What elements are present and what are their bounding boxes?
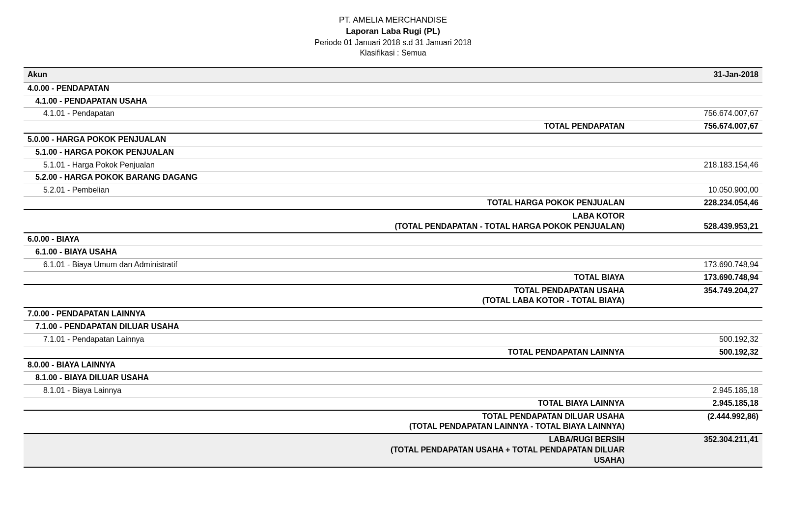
account-value: 10.050.900,00 — [644, 184, 762, 197]
row-pembelian: 5.2.01 - Pembelian 10.050.900,00 — [24, 184, 762, 197]
laba-rugi-bersih-value: 352.304.211,41 — [644, 433, 762, 467]
subsection-pendapatan-diluar: 7.1.00 - PENDAPATAN DILUAR USAHA — [24, 321, 762, 334]
report-title: Laporan Laba Rugi (PL) — [24, 26, 762, 37]
section-pendapatan-lainnya: 7.0.00 - PENDAPATAN LAINNYA — [24, 308, 762, 320]
row-pendapatan-lainnya: 7.1.01 - Pendapatan Lainnya 500.192,32 — [24, 333, 762, 346]
total-value: 500.192,32 — [644, 346, 762, 359]
subsection-hpbd: 5.2.00 - HARGA POKOK BARANG DAGANG — [24, 171, 762, 184]
total-hpp: TOTAL HARGA POKOK PENJUALAN 228.234.054,… — [24, 197, 762, 210]
pl-table: Akun 31-Jan-2018 4.0.00 - PENDAPATAN 4.1… — [24, 67, 762, 468]
laba-rugi-bersih-label: LABA/RUGI BERSIH (TOTAL PENDAPATAN USAHA… — [364, 433, 645, 467]
section-hpp: 5.0.00 - HARGA POKOK PENJUALAN — [24, 133, 762, 146]
account-label: 4.1.01 - Pendapatan — [24, 108, 644, 120]
account-value: 500.192,32 — [644, 333, 762, 346]
total-biaya: TOTAL BIAYA 173.690.748,94 — [24, 271, 762, 284]
total-label: TOTAL HARGA POKOK PENJUALAN — [364, 197, 645, 210]
total-value: 173.690.748,94 — [644, 271, 762, 284]
account-label: 8.1.00 - BIAYA DILUAR USAHA — [24, 372, 644, 385]
account-label: 6.1.00 - BIAYA USAHA — [24, 246, 644, 259]
row-pendapatan: 4.1.01 - Pendapatan 756.674.007,67 — [24, 108, 762, 120]
total-value: 756.674.007,67 — [644, 120, 762, 133]
account-label: 7.0.00 - PENDAPATAN LAINNYA — [24, 308, 644, 320]
section-pendapatan: 4.0.00 - PENDAPATAN — [24, 82, 762, 95]
total-pendapatan-usaha-value: 354.749.204,27 — [644, 284, 762, 308]
report-classification: Klasifikasi : Semua — [24, 48, 762, 58]
total-pendapatan-diluar-value: (2.444.992,86) — [644, 410, 762, 434]
account-label: 8.1.01 - Biaya Lainnya — [24, 384, 644, 397]
report-period: Periode 01 Januari 2018 s.d 31 Januari 2… — [24, 37, 762, 48]
subsection-biaya-diluar: 8.1.00 - BIAYA DILUAR USAHA — [24, 372, 762, 385]
account-label: 7.1.00 - PENDAPATAN DILUAR USAHA — [24, 321, 644, 334]
row-biaya-lainnya: 8.1.01 - Biaya Lainnya 2.945.185,18 — [24, 384, 762, 397]
total-pendapatan-usaha-label: TOTAL PENDAPATAN USAHA (TOTAL LABA KOTOR… — [364, 284, 645, 308]
account-label: 5.2.00 - HARGA POKOK BARANG DAGANG — [24, 171, 644, 184]
laba-kotor-value: 528.439.953,21 — [644, 210, 762, 233]
total-pendapatan-usaha-row: TOTAL PENDAPATAN USAHA (TOTAL LABA KOTOR… — [24, 284, 762, 308]
total-value: 2.945.185,18 — [644, 397, 762, 410]
account-label: 6.1.01 - Biaya Umum dan Administratif — [24, 259, 644, 272]
report-header: PT. AMELIA MERCHANDISE Laporan Laba Rugi… — [24, 15, 762, 58]
total-label: TOTAL PENDAPATAN LAINNYA — [364, 346, 645, 359]
account-value: 2.945.185,18 — [644, 384, 762, 397]
account-label: 7.1.01 - Pendapatan Lainnya — [24, 333, 644, 346]
account-value: 756.674.007,67 — [644, 108, 762, 120]
subsection-pendapatan-usaha: 4.1.00 - PENDAPATAN USAHA — [24, 95, 762, 108]
table-header-row: Akun 31-Jan-2018 — [24, 68, 762, 83]
total-label: TOTAL BIAYA LAINNYA — [364, 397, 645, 410]
row-biaya-umum: 6.1.01 - Biaya Umum dan Administratif 17… — [24, 259, 762, 272]
company-name: PT. AMELIA MERCHANDISE — [24, 15, 762, 26]
col-date: 31-Jan-2018 — [644, 68, 762, 83]
account-label: 5.1.00 - HARGA POKOK PENJUALAN — [24, 146, 644, 159]
row-hpp: 5.1.01 - Harga Pokok Penjualan 218.183.1… — [24, 159, 762, 171]
laba-kotor-row: LABA KOTOR (TOTAL PENDAPATAN - TOTAL HAR… — [24, 210, 762, 233]
laba-rugi-bersih-row: LABA/RUGI BERSIH (TOTAL PENDAPATAN USAHA… — [24, 433, 762, 467]
account-label: 8.0.00 - BIAYA LAINNYA — [24, 359, 644, 371]
account-label: 5.2.01 - Pembelian — [24, 184, 644, 197]
account-label: 4.1.00 - PENDAPATAN USAHA — [24, 95, 644, 108]
section-biaya-lainnya: 8.0.00 - BIAYA LAINNYA — [24, 359, 762, 371]
subsection-hpp: 5.1.00 - HARGA POKOK PENJUALAN — [24, 146, 762, 159]
account-value: 218.183.154,46 — [644, 159, 762, 171]
total-pendapatan-lainnya: TOTAL PENDAPATAN LAINNYA 500.192,32 — [24, 346, 762, 359]
total-label: TOTAL BIAYA — [364, 271, 645, 284]
account-label: 5.0.00 - HARGA POKOK PENJUALAN — [24, 133, 644, 146]
col-account: Akun — [24, 68, 644, 83]
total-pendapatan-diluar-label: TOTAL PENDAPATAN DILUAR USAHA (TOTAL PEN… — [364, 410, 645, 434]
total-pendapatan-diluar-row: TOTAL PENDAPATAN DILUAR USAHA (TOTAL PEN… — [24, 410, 762, 434]
account-label: 5.1.01 - Harga Pokok Penjualan — [24, 159, 644, 171]
total-biaya-lainnya: TOTAL BIAYA LAINNYA 2.945.185,18 — [24, 397, 762, 410]
total-value: 228.234.054,46 — [644, 197, 762, 210]
section-biaya: 6.0.00 - BIAYA — [24, 233, 762, 246]
account-label: 6.0.00 - BIAYA — [24, 233, 644, 246]
laba-kotor-label: LABA KOTOR (TOTAL PENDAPATAN - TOTAL HAR… — [364, 210, 645, 233]
subsection-biaya-usaha: 6.1.00 - BIAYA USAHA — [24, 246, 762, 259]
account-value: 173.690.748,94 — [644, 259, 762, 272]
total-pendapatan: TOTAL PENDAPATAN 756.674.007,67 — [24, 120, 762, 133]
account-label: 4.0.00 - PENDAPATAN — [24, 82, 644, 95]
total-label: TOTAL PENDAPATAN — [364, 120, 645, 133]
